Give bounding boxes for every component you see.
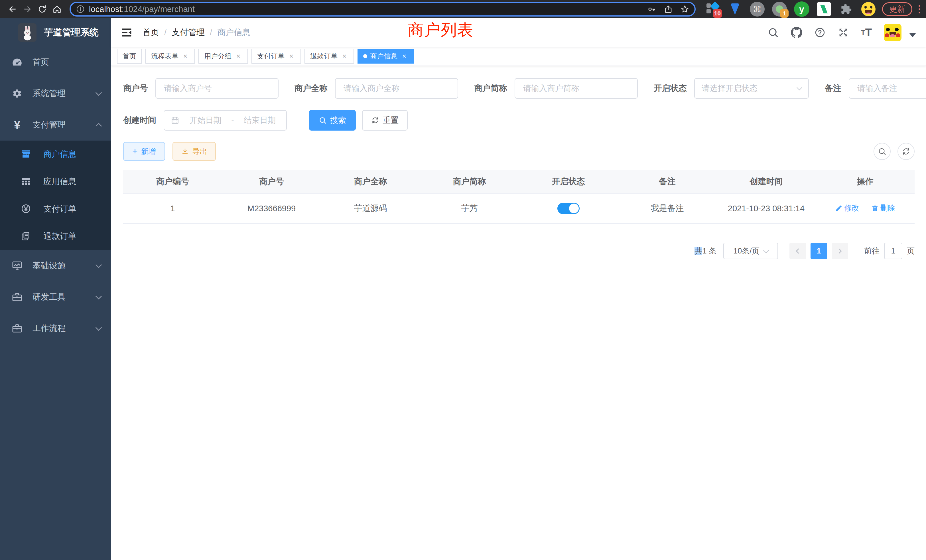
breadcrumb-current: 商户信息 — [217, 27, 250, 38]
help-button[interactable] — [814, 27, 826, 38]
end-date-placeholder[interactable]: 结束日期 — [240, 115, 280, 126]
browser-back-button[interactable] — [5, 2, 20, 17]
address-bar[interactable]: localhost:1024/pay/merchant — [70, 2, 696, 17]
remark-input[interactable] — [849, 78, 926, 98]
url-text: localhost:1024/pay/merchant — [89, 5, 644, 14]
app-logo[interactable]: 芋道管理系统 — [0, 18, 111, 47]
full-name-input[interactable] — [335, 78, 458, 98]
search-submit-button[interactable]: 搜索 — [309, 110, 356, 130]
sidebar-item-dev-tools[interactable]: 研发工具 — [0, 282, 111, 313]
sidebar-item-home[interactable]: 首页 — [0, 47, 111, 78]
next-page-button[interactable] — [832, 243, 848, 259]
user-avatar[interactable] — [884, 24, 902, 41]
dashboard-icon — [11, 56, 23, 68]
cell-create-time: 2021-10-23 08:31:14 — [717, 193, 816, 224]
info-icon — [76, 5, 85, 14]
sidebar-item-pay-order[interactable]: 支付订单 — [0, 195, 111, 223]
payment-submenu: 商户信息 应用信息 支付订单 — [0, 141, 111, 250]
tab-pay-order[interactable]: 支付订单 — [251, 49, 301, 64]
prev-page-button[interactable] — [790, 243, 806, 259]
breadcrumb-home[interactable]: 首页 — [142, 27, 159, 38]
browser-menu-icon[interactable]: ⋮ — [915, 6, 921, 12]
toggle-search-button[interactable] — [873, 143, 891, 160]
browser-update-button[interactable]: 更新 — [882, 2, 912, 16]
tab-home[interactable]: 首页 — [117, 49, 142, 64]
goto-page-input[interactable] — [884, 243, 902, 259]
font-size-button[interactable] — [861, 27, 872, 39]
chevron-up-icon — [95, 123, 102, 129]
star-bookmark-icon[interactable] — [680, 5, 689, 14]
fullscreen-button[interactable] — [838, 27, 849, 38]
github-button[interactable] — [791, 27, 802, 38]
extension-puzzle-icon[interactable] — [838, 1, 854, 17]
breadcrumb-payment[interactable]: 支付管理 — [172, 27, 205, 38]
delete-link[interactable]: 删除 — [871, 203, 895, 213]
chevron-down-icon — [763, 248, 769, 253]
table-toolbar: 新增 导出 — [123, 142, 915, 161]
page-size-select[interactable]: 10条/页 — [723, 243, 778, 259]
status-toggle[interactable] — [557, 203, 580, 214]
filter-short-name: 商户简称 — [474, 78, 638, 98]
key-icon[interactable] — [647, 5, 656, 14]
refresh-icon — [902, 147, 910, 156]
close-icon[interactable] — [235, 52, 242, 60]
chevron-down-icon — [95, 89, 102, 96]
share-icon[interactable] — [664, 5, 673, 14]
extension-emoji-icon[interactable] — [861, 1, 876, 17]
start-date-placeholder[interactable]: 开始日期 — [185, 115, 225, 126]
merchant-no-input[interactable] — [155, 78, 278, 98]
close-icon[interactable] — [287, 52, 295, 60]
extension-gem-icon[interactable] — [727, 1, 743, 17]
sidebar-item-app-info[interactable]: 应用信息 — [0, 168, 111, 195]
sidebar-item-merchant-info[interactable]: 商户信息 — [0, 141, 111, 168]
cell-operations: 修改 删除 — [816, 193, 915, 224]
coin-yen-icon — [21, 203, 32, 215]
tab-refund-order[interactable]: 退款订单 — [304, 49, 354, 64]
status-select[interactable]: 请选择开启状态 — [694, 78, 809, 98]
filter-row-2: 创建时间 开始日期 - 结束日期 搜索 重置 — [123, 110, 915, 130]
browser-home-button[interactable] — [50, 2, 64, 17]
close-icon[interactable] — [181, 52, 189, 60]
reset-button[interactable]: 重置 — [362, 110, 408, 130]
cell-merchant-no: M233666999 — [222, 193, 321, 224]
browser-forward-button[interactable] — [20, 2, 35, 17]
extension-command-icon[interactable]: ⌘ — [749, 1, 765, 17]
search-button[interactable] — [767, 27, 779, 38]
page-number-1[interactable]: 1 — [811, 243, 827, 259]
plus-icon — [132, 147, 138, 156]
sidebar-item-system[interactable]: 系统管理 — [0, 78, 111, 109]
tab-merchant-info[interactable]: 商户信息 — [357, 49, 414, 64]
download-icon — [181, 147, 189, 155]
chevron-down-icon — [95, 262, 102, 268]
rabbit-avatar — [18, 23, 36, 42]
close-icon[interactable] — [340, 52, 348, 60]
sidebar-item-payment[interactable]: 支付管理 — [0, 109, 111, 141]
extension-proxy-icon[interactable]: 1 — [772, 1, 787, 17]
extension-y-icon[interactable]: y — [794, 1, 809, 17]
edit-link[interactable]: 修改 — [835, 203, 859, 213]
tab-process-form[interactable]: 流程表单 — [145, 49, 195, 64]
browser-reload-button[interactable] — [35, 2, 50, 17]
refresh-table-button[interactable] — [897, 143, 915, 160]
yen-icon — [11, 119, 23, 131]
sidebar-item-workflow[interactable]: 工作流程 — [0, 313, 111, 344]
search-icon — [319, 117, 327, 124]
table-tools — [873, 143, 915, 160]
sidebar-collapse-button[interactable] — [120, 26, 133, 39]
export-button[interactable]: 导出 — [172, 142, 216, 161]
close-icon[interactable] — [400, 52, 408, 60]
browser-chrome: localhost:1024/pay/merchant 10 ⌘ 1 y 更新 … — [0, 0, 926, 18]
tab-user-group[interactable]: 用户分组 — [198, 49, 248, 64]
monitor-icon — [11, 259, 23, 272]
add-button[interactable]: 新增 — [123, 142, 165, 161]
pagination: 共1 条 10条/页 1 前往 页 — [123, 243, 915, 259]
sidebar-item-refund-order[interactable]: 退款订单 — [0, 223, 111, 250]
home-icon — [52, 4, 62, 14]
user-dropdown-caret[interactable] — [909, 33, 916, 37]
short-name-input[interactable] — [514, 78, 638, 98]
sidebar: 芋道管理系统 首页 系统管理 支付管理 — [0, 18, 111, 560]
sidebar-item-infrastructure[interactable]: 基础设施 — [0, 250, 111, 282]
extension-sketch-icon[interactable]: 10 — [705, 1, 721, 17]
extension-notes-icon[interactable] — [816, 1, 832, 17]
date-range-picker[interactable]: 开始日期 - 结束日期 — [163, 110, 287, 130]
